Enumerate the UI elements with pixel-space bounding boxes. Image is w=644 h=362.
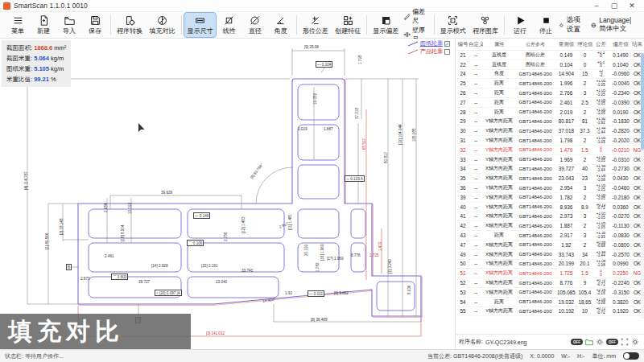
table-cell: -0.0310 — [609, 157, 632, 162]
toolbar-create-feature[interactable]: 创建特征 — [332, 13, 363, 37]
toolbar-new[interactable]: 新建 — [31, 13, 56, 37]
table-row[interactable]: 41--X轴方向距离GBT14846-2002.9733+1.05-1.05-0… — [457, 212, 644, 222]
table-row[interactable]: 28--距离GBT14846-2002.0192+1.05-1.050.0190… — [457, 108, 644, 117]
toolbar-form-tolerance[interactable]: 形位公差 — [300, 13, 331, 37]
drawing-outline-checkbox[interactable]: ✓ — [444, 41, 450, 47]
toolbar-show-dimensions[interactable]: 显示尺寸 — [184, 13, 215, 37]
scrollbar-thumb[interactable] — [641, 53, 644, 150]
toolbar-angle[interactable]: 角度 — [269, 13, 293, 37]
table-scrollbar[interactable] — [641, 51, 644, 319]
table-row[interactable]: 25--距离GBT14846-2001.9962+1.05-1.05-0.004… — [457, 79, 644, 88]
table-cell: 47 — [457, 242, 469, 248]
column-header[interactable]: 理论值 — [577, 41, 592, 48]
table-row[interactable]: 51--X轴方向距离GBT14846-2001.7251.5000.2250NG — [457, 269, 644, 278]
pencil-icon — [403, 12, 411, 20]
gear-small-icon[interactable] — [596, 338, 604, 346]
table-row[interactable]: 52--X轴方向距离GBT14846-2008.7769+0.72-0.72-0… — [457, 278, 644, 288]
toolbar-import[interactable]: 导入 — [57, 13, 81, 37]
column-header[interactable]: 属性 — [483, 41, 515, 48]
product-outline-checkbox[interactable] — [444, 49, 450, 55]
column-header[interactable]: 量测值 — [555, 41, 577, 48]
toolbar-menu[interactable]: 菜单 — [6, 13, 30, 37]
tolerance-cell: +1.05-1.05 — [592, 109, 609, 116]
column-header[interactable]: 公差 — [592, 41, 609, 48]
folder-icon[interactable] — [585, 338, 593, 346]
legend-drawing-outline[interactable]: 图纸轮廓 ✓ — [407, 39, 450, 47]
crop-frame-icon[interactable] — [621, 338, 629, 346]
table-cell: GBT14846-200 — [515, 186, 555, 191]
toolbar-deviation-ruler[interactable]: 偏差尺 — [403, 7, 431, 25]
table-row[interactable]: 39--Y轴方向距离GBT14846-2001.7822+1.05-1.05-0… — [457, 193, 644, 203]
tolerance-cell: +1.44-1.44 — [592, 165, 609, 172]
table-cell: -- — [469, 118, 483, 124]
table-cell: 距离 — [483, 89, 515, 97]
table-row[interactable]: 31--Y轴方向距离GBT14846-2001.7982+1.05-1.05-0… — [457, 136, 644, 146]
minimize-button[interactable]: – — [588, 2, 605, 10]
table-row[interactable]: 27--距离GBT14846-2002.4612.5+1.05-1.05-0.0… — [457, 98, 644, 108]
info-row: 截面面积: 1868.6 mm² — [6, 43, 66, 53]
table-row[interactable]: 36--Y轴方向距离GBT14846-2002.9543+1.05-1.05-0… — [457, 183, 644, 193]
gear-small-icon-2[interactable] — [631, 338, 639, 346]
column-header[interactable]: 编号 — [457, 41, 469, 48]
table-cell: 2.5 — [577, 100, 592, 105]
column-header[interactable]: 自定义 — [469, 41, 483, 48]
table-row[interactable]: 42--X轴方向距离GBT14846-2001.8872+1.05-1.05-0… — [457, 221, 644, 231]
unit-toggle[interactable] — [623, 352, 639, 360]
close-button[interactable]: ✕ — [623, 2, 641, 10]
table-row[interactable]: 21--直线度图纸公差0.1490+0.300.1490OK — [457, 51, 644, 60]
dimension-label: 2.019 — [298, 127, 308, 131]
toolbar-display-mode[interactable]: 显示模式 — [438, 13, 469, 37]
toolbar-linear[interactable]: 线性 — [217, 13, 242, 37]
table-row[interactable]: 34--X轴方向距离GBT14846-20039.72740+1.44-1.44… — [457, 165, 644, 175]
table-row[interactable]: 49--X轴方向距离GBT14846-20033.74334+1.44-1.44… — [457, 250, 644, 260]
language-button[interactable]: Language|简体中文 — [591, 16, 636, 34]
toolbar-run[interactable]: 运行 — [508, 13, 532, 37]
table-row[interactable]: 30--Y轴方向距离GBT14846-20037.01837.3+1.44-1.… — [457, 126, 644, 136]
dimension-label: ⊥ 0.103 A — [345, 175, 365, 182]
toolbar-stop[interactable]: 停止 — [534, 13, 558, 37]
toggle-2-off[interactable]: OFF — [606, 339, 618, 345]
toolbar-program-library[interactable]: 程序图库 — [470, 13, 501, 37]
table-row[interactable]: 35--X轴方向距离GBT14846-20023.04323+1.08-1.08… — [457, 174, 644, 183]
column-header[interactable]: 公差参考 — [515, 41, 555, 48]
drawing-canvas[interactable]: 截面面积: 1868.6 mm²截面米重: 5.064 kg/m图纸米重: 5.… — [0, 39, 455, 349]
tolerance-cell: +1.08-1.08 — [592, 298, 609, 306]
table-row[interactable]: 22--直线度图纸公差0.1040+0.300.1040OK — [457, 60, 644, 70]
table-row[interactable]: 26--距离GBT14846-2002.7663+1.05-1.05-0.234… — [457, 88, 644, 98]
table-row[interactable]: 40--Y轴方向距离GBT14846-2008.9368.9+0.72-0.72… — [457, 203, 644, 212]
toolbar-program-convert[interactable]: 程序转换 — [114, 13, 145, 37]
toolbar-show-deviation[interactable]: 显示偏差 — [370, 13, 401, 37]
table-cell: 图纸公差 — [515, 61, 555, 68]
legend-product-outline[interactable]: 产品轮廓 — [407, 47, 450, 56]
column-header[interactable]: 偏差值 — [609, 41, 632, 48]
table-cell: 2.917 — [555, 232, 577, 238]
dimension-label: — 0.149 — [193, 212, 210, 219]
tolerance-cell: 00 — [592, 146, 609, 154]
table-row[interactable]: 55--Y轴方向距离GBT14846-20010.19210+0.72-0.72… — [457, 307, 644, 317]
toolbar-fill-compare[interactable]: 填充对比 — [147, 13, 177, 37]
dimension-label: [12] 1.483 — [242, 217, 246, 233]
table-row[interactable]: 53--Y轴方向距离GBT14846-200105.085105.4+2.16-… — [457, 288, 644, 298]
table-cell: -- — [469, 90, 483, 96]
table-cell: 2.954 — [555, 185, 577, 191]
table-cell: -0.0460 — [609, 185, 632, 191]
maximize-button[interactable]: ▢ — [605, 2, 623, 10]
table-row[interactable]: 54--距离GBT14846-20019.03218.65+1.08-1.080… — [457, 298, 644, 307]
column-header[interactable]: 结果 — [632, 41, 642, 48]
table-cell: 0 — [577, 52, 592, 58]
toolbar-diameter[interactable]: 直径 — [243, 13, 267, 37]
table-row[interactable]: 32--Y轴方向距离GBT14846-2001.4791.500-0.0210N… — [457, 146, 644, 155]
table-row[interactable]: 47--X轴方向距离GBT14846-2001.922+0.68-0.68-0.… — [457, 241, 644, 250]
toggle-1-off[interactable]: OFF — [571, 339, 583, 345]
table-row[interactable]: 29--Y轴方向距离GBT14846-20080.81781+1.92-1.92… — [457, 117, 644, 127]
table-cell: 0.0430 — [609, 175, 632, 181]
fill-icon — [157, 15, 167, 26]
options-settings-button[interactable]: 选项设置 — [559, 15, 583, 35]
table-cell: GBT14846-200 — [515, 299, 555, 304]
table-row[interactable]: 50--Y轴方向距离GBT14846-20020.19920.1+1.08-1.… — [457, 260, 644, 269]
table-row[interactable]: 33--Y轴方向距离GBT14846-2001.9692+1.05-1.05-0… — [457, 155, 644, 165]
table-cell: -0.2820 — [609, 128, 632, 134]
toolbar-save[interactable]: 保存 — [83, 13, 107, 37]
table-row[interactable]: 24--角度GBT14846-20014.90415+2-2-0.0960OK — [457, 70, 644, 80]
table-row[interactable]: 43--距离GBT14846-2002.9173+1.35-1.35-0.083… — [457, 231, 644, 241]
